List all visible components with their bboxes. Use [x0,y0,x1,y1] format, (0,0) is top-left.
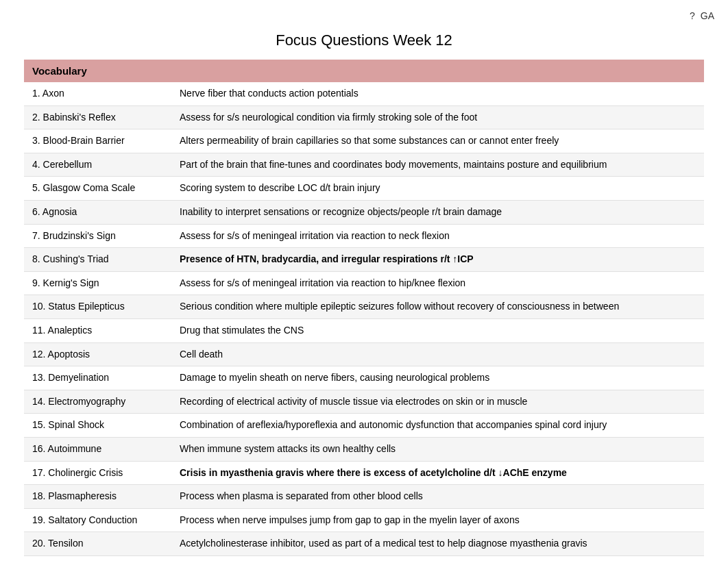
definition-cell: Combination of areflexia/hyporeflexia an… [171,414,704,438]
user-avatar[interactable]: GA [701,10,714,21]
definition-cell: Scoring system to describe LOC d/t brain… [171,177,704,201]
table-row: 3. Blood-Brain BarrierAlters permeabilit… [24,129,704,153]
table-row: 15. Spinal ShockCombination of areflexia… [24,414,704,438]
definition-cell: Crisis in myasthenia gravis where there … [171,461,704,485]
table-row: 18. PlasmapheresisProcess when plasma is… [24,485,704,509]
definition-cell: Drug that stimulates the CNS [171,318,704,342]
term-cell: 9. Kernig's Sign [24,271,171,295]
page-title: Focus Questions Week 12 [24,25,704,60]
term-cell: 10. Status Epilepticus [24,295,171,319]
vocabulary-table: 1. AxonNerve fiber that conducts action … [24,82,704,563]
table-row: 14. ElectromyographyRecording of electri… [24,390,704,414]
term-cell: 18. Plasmapheresis [24,485,171,509]
definition-cell: Nerve fiber that conducts action potenti… [171,82,704,105]
term-cell: 20. Tensilon [24,532,171,556]
definition-cell: Assess for s/s neurological condition vi… [171,105,704,129]
definition-cell: Recording of electrical activity of musc… [171,390,704,414]
table-row: 10. Status EpilepticusSerious condition … [24,295,704,319]
term-cell: 14. Electromyography [24,390,171,414]
table-row: 5. Glasgow Coma ScaleScoring system to d… [24,177,704,201]
definition-cell: Inability to interpret sensations or rec… [171,200,704,224]
term-cell: 15. Spinal Shock [24,414,171,438]
definition-cell: Assess for s/s of meningeal irritation v… [171,271,704,295]
vocabulary-header: Vocabulary [24,60,704,82]
table-row: 4. CerebellumPart of the brain that fine… [24,153,704,177]
table-row: 20. TensilonAcetylcholinesterase inhibit… [24,532,704,556]
definition-cell: Presence of HTN, bradycardia, and irregu… [171,248,704,272]
table-row: 8. Cushing's TriadPresence of HTN, brady… [24,248,704,272]
definition-cell: Cell death [171,342,704,366]
term-cell: 16. Autoimmune [24,437,171,461]
definition-cell: Serious condition where multiple epilept… [171,295,704,319]
main-content: Focus Questions Week 12 Vocabulary 1. Ax… [0,25,728,563]
term-cell: 6. Agnosia [24,200,171,224]
term-cell: 3. Blood-Brain Barrier [24,129,171,153]
table-row: 2. Babinski's ReflexAssess for s/s neuro… [24,105,704,129]
definition-cell: Alters permeability of brain capillaries… [171,129,704,153]
table-row: 19. Saltatory ConductionProcess when ner… [24,508,704,532]
term-cell: 19. Saltatory Conduction [24,508,171,532]
definition-cell: Acetylcholinesterase inhibitor, used as … [171,532,704,556]
definition-cell: Excessive localized enlargement of an ar… [171,555,704,563]
term-cell: 12. Apoptosis [24,342,171,366]
table-row: 17. Cholinergic CrisisCrisis in myasthen… [24,461,704,485]
table-row: 21. AneurysmExcessive localized enlargem… [24,555,704,563]
term-cell: 7. Brudzinski's Sign [24,224,171,248]
term-cell: 11. Analeptics [24,318,171,342]
term-cell: 17. Cholinergic Crisis [24,461,171,485]
definition-cell: Process when nerve impulses jump from ga… [171,508,704,532]
table-row: 1. AxonNerve fiber that conducts action … [24,82,704,105]
table-row: 16. AutoimmuneWhen immune system attacks… [24,437,704,461]
term-cell: 2. Babinski's Reflex [24,105,171,129]
top-bar-icons: ? GA [690,10,714,21]
table-row: 13. DemyelinationDamage to myelin sheath… [24,366,704,390]
table-row: 6. AgnosiaInability to interpret sensati… [24,200,704,224]
term-cell: 13. Demyelination [24,366,171,390]
term-cell: 4. Cerebellum [24,153,171,177]
help-icon[interactable]: ? [690,10,695,21]
table-row: 12. ApoptosisCell death [24,342,704,366]
table-row: 9. Kernig's SignAssess for s/s of mening… [24,271,704,295]
table-row: 11. AnalepticsDrug that stimulates the C… [24,318,704,342]
term-cell: 8. Cushing's Triad [24,248,171,272]
definition-cell: Assess for s/s of meningeal irritation v… [171,224,704,248]
definition-cell: Part of the brain that fine-tunes and co… [171,153,704,177]
term-cell: 1. Axon [24,82,171,105]
definition-cell: Process when plasma is separated from ot… [171,485,704,509]
term-cell: 5. Glasgow Coma Scale [24,177,171,201]
top-bar: ? GA [0,0,728,25]
term-cell: 21. Aneurysm [24,555,171,563]
definition-cell: Damage to myelin sheath on nerve fibers,… [171,366,704,390]
table-row: 7. Brudzinski's SignAssess for s/s of me… [24,224,704,248]
definition-cell: When immune system attacks its own healt… [171,437,704,461]
